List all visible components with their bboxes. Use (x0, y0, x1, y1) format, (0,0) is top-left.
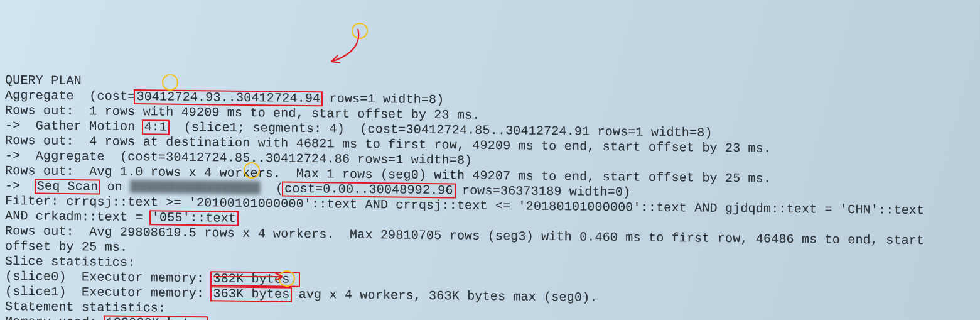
query-plan-output: QUERY PLAN Aggregate (cost=30412724.93..… (0, 55, 980, 320)
slice-statistics-header: Slice statistics: (5, 254, 135, 270)
aggregate-cost: 30412724.93..30412724.94 (134, 89, 323, 106)
slice1-memory: 363K bytes (210, 286, 292, 302)
seq-scan-label: Seq Scan (35, 179, 101, 194)
filter-line-2: AND crkadm::text = '055'::text (5, 209, 237, 226)
gather-ratio: 4:1 (142, 119, 170, 135)
memory-used-line: Memory used: 128000K bytes (5, 314, 207, 320)
filter-value: '055'::text (149, 210, 239, 226)
statement-statistics-header: Statement statistics: (5, 299, 166, 316)
rows-out-4a: Rows out: Avg 29808619.5 rows x 4 worker… (5, 224, 924, 248)
slice0-memory: 382K bytes. (210, 271, 299, 287)
memory-used: 128000K bytes (104, 316, 208, 320)
plan-header: QUERY PLAN (5, 73, 82, 88)
rows-out-4b: offset by 25 ms. (5, 239, 127, 255)
seq-scan-cost: cost=0.00..30048992.96 (282, 182, 455, 199)
slice0-line: (slice0) Executor memory: 382K bytes. (5, 269, 299, 287)
annotation-circle-1-icon (352, 23, 368, 39)
table-name-redacted: █████████████████ (130, 180, 260, 196)
